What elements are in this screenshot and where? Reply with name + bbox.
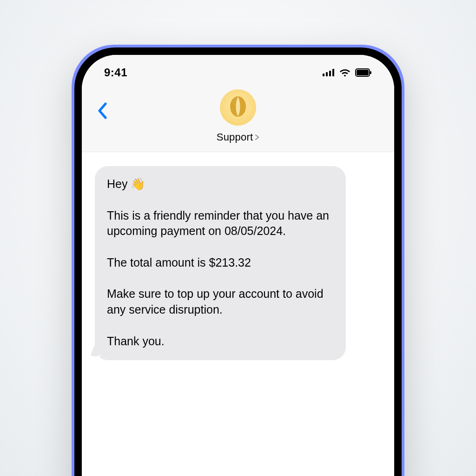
screen: 9:41 [82, 55, 394, 476]
svg-rect-0 [323, 74, 324, 76]
back-button[interactable] [92, 101, 112, 122]
stage: 9:41 [0, 0, 476, 476]
contact-avatar[interactable] [220, 89, 256, 126]
phone-bezel: 9:41 [74, 47, 402, 476]
phone-frame: 9:41 [72, 45, 404, 476]
contact-name-button[interactable]: Support [217, 131, 259, 143]
coffee-bean-icon [229, 95, 247, 120]
messages-area[interactable]: Hey 👋 This is a friendly reminder that y… [82, 152, 394, 476]
svg-rect-3 [332, 69, 334, 76]
status-time: 9:41 [104, 66, 127, 79]
incoming-message: Hey 👋 This is a friendly reminder that y… [95, 166, 381, 360]
status-bar: 9:41 [82, 55, 394, 85]
battery-icon [355, 68, 372, 77]
svg-rect-2 [329, 71, 331, 76]
svg-rect-5 [357, 70, 369, 75]
chevron-right-icon [255, 134, 259, 142]
wifi-icon [339, 68, 350, 77]
svg-rect-6 [370, 71, 371, 74]
contact-name: Support [217, 131, 253, 143]
status-icons [323, 68, 372, 77]
chevron-left-icon [97, 102, 107, 121]
cellular-icon [323, 69, 335, 76]
message-bubble[interactable]: Hey 👋 This is a friendly reminder that y… [95, 166, 346, 360]
nav-header: Support [82, 85, 394, 152]
svg-rect-1 [326, 72, 328, 76]
